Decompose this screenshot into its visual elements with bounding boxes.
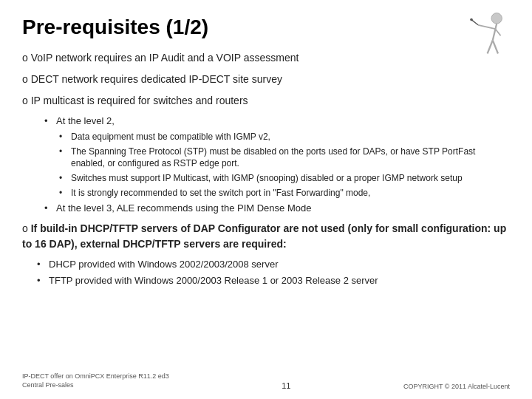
footer-page-number: 11 bbox=[282, 381, 290, 390]
dhcp-sub1-text: DHCP provided with Windows 2002/2003/200… bbox=[49, 258, 278, 271]
svg-line-2 bbox=[478, 25, 495, 29]
level3-dot: • bbox=[44, 202, 53, 215]
level2-bullet: • At the level 2, bbox=[44, 115, 510, 128]
footer-line1: IP-DECT offer on OmniPCX Enterprise R11.… bbox=[22, 372, 169, 381]
svg-point-7 bbox=[470, 18, 473, 21]
footer-line2: Central Pre-sales bbox=[22, 381, 169, 390]
dhcp-text: If build-in DHCP/TFTP servers of DAP Con… bbox=[22, 222, 506, 250]
footer: IP-DECT offer on OmniPCX Enterprise R11.… bbox=[22, 372, 510, 390]
svg-line-4 bbox=[495, 29, 500, 35]
dhcp-sub2-dot: • bbox=[37, 274, 46, 287]
dhcp-sub2-text: TFTP provided with Windows 2000/2003 Rel… bbox=[49, 274, 378, 287]
bullet-dhcp: o bbox=[22, 222, 31, 234]
bullet-dect: o bbox=[22, 73, 31, 85]
multicast-text: IP multicast is required for switches an… bbox=[31, 95, 248, 106]
level2-sub4: • It is strongly recommended to set the … bbox=[59, 187, 510, 200]
sub2-dot: • bbox=[59, 146, 68, 158]
dhcp-sub2: • TFTP provided with Windows 2000/2003 R… bbox=[37, 274, 510, 287]
svg-line-5 bbox=[488, 41, 493, 54]
slide: Pre-requisites (1/2) o VoIP network requ… bbox=[0, 0, 532, 399]
sub1-text: Data equipment must be compatible with I… bbox=[71, 131, 270, 143]
sub3-text: Switches must support IP Multicast, with… bbox=[71, 172, 463, 185]
sub2-text: The Spanning Tree Protocol (STP) must be… bbox=[71, 146, 510, 171]
bullet-multicast: o bbox=[22, 95, 31, 106]
level2-sub1: • Data equipment must be compatible with… bbox=[59, 131, 510, 143]
section-multicast: o IP multicast is required for switches … bbox=[22, 93, 510, 109]
footer-copyright: COPYRIGHT © 2011 Alcatel-Lucent bbox=[403, 383, 510, 390]
page-title: Pre-requisites (1/2) bbox=[22, 15, 510, 40]
dect-text: DECT network requires dedicated IP-DECT … bbox=[31, 73, 282, 85]
section-dect: o DECT network requires dedicated IP-DEC… bbox=[22, 72, 510, 87]
level3-bullet: • At the level 3, ALE recommends using t… bbox=[44, 202, 510, 215]
section-voip: o VoIP network requires an IP Audit and … bbox=[22, 50, 510, 66]
level2-sub3: • Switches must support IP Multicast, wi… bbox=[59, 172, 510, 185]
dhcp-sub1: • DHCP provided with Windows 2002/2003/2… bbox=[37, 258, 510, 271]
voip-text: VoIP network requires an IP Audit and a … bbox=[31, 52, 299, 64]
sub4-dot: • bbox=[59, 187, 68, 200]
svg-line-1 bbox=[493, 24, 497, 41]
svg-line-6 bbox=[493, 41, 498, 54]
section-dhcp: o If build-in DHCP/TFTP servers of DAP C… bbox=[22, 221, 510, 252]
sub3-dot: • bbox=[59, 172, 68, 185]
dhcp-sub1-dot: • bbox=[37, 258, 46, 271]
level2-sub2: • The Spanning Tree Protocol (STP) must … bbox=[59, 146, 510, 171]
sub4-text: It is strongly recommended to set the sw… bbox=[71, 187, 370, 200]
sub1-dot: • bbox=[59, 131, 68, 143]
svg-point-0 bbox=[491, 13, 502, 24]
level2-label: At the level 2, bbox=[56, 115, 115, 128]
footer-left: IP-DECT offer on OmniPCX Enterprise R11.… bbox=[22, 372, 169, 390]
figure-icon bbox=[458, 10, 511, 64]
bullet-voip: o bbox=[22, 52, 31, 64]
level3-label: At the level 3, ALE recommends using the… bbox=[56, 202, 311, 215]
level2-dot: • bbox=[44, 115, 53, 128]
